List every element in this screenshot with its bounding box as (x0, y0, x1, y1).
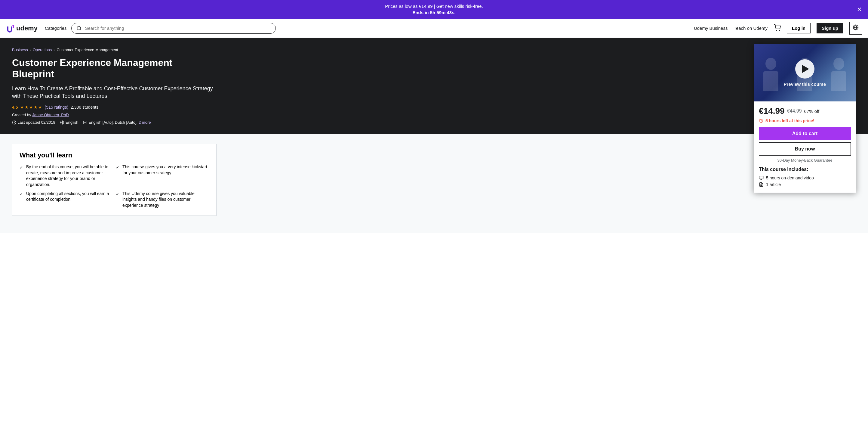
logo-link[interactable]: udemy (6, 24, 38, 33)
clock-icon (12, 120, 16, 124)
person-silhouette-1 (759, 55, 783, 91)
learn-item-1: ✓ By the end of this course, you will be… (20, 164, 113, 188)
svg-point-0 (77, 26, 81, 30)
instructor-link[interactable]: Janne Ohtonen, PhD (32, 113, 69, 117)
breadcrumb-operations[interactable]: Operations (33, 48, 52, 52)
includes-item-video: 5 hours on-demand video (759, 175, 851, 181)
learn-grid: ✓ By the end of this course, you will be… (20, 164, 209, 208)
price-current: €14.99 (759, 106, 785, 116)
banner-close-button[interactable]: ✕ (857, 6, 862, 13)
cart-icon[interactable] (774, 24, 781, 32)
logo-text: udemy (16, 24, 38, 32)
alarm-icon (759, 118, 764, 123)
rating-number: 4.5 (12, 105, 18, 110)
main-content: What you'll learn ✓ By the end of this c… (0, 134, 868, 233)
language-button[interactable] (849, 22, 862, 35)
breadcrumb-current: Customer Experience Management (57, 48, 118, 52)
rating-count[interactable]: (515 ratings) (44, 105, 68, 110)
subtitles-icon (83, 120, 87, 124)
course-card: Preview this course €14.99 €44.99 67% of… (754, 44, 856, 193)
star-2: ★ (25, 105, 29, 110)
star-1: ★ (20, 105, 24, 110)
promo-banner: Prices as low as €14.99 | Get new skills… (0, 0, 868, 19)
right-column (228, 144, 331, 223)
breadcrumb-sep-2: › (54, 48, 55, 52)
learn-heading: What you'll learn (20, 151, 209, 159)
add-to-cart-button[interactable]: Add to cart (759, 127, 851, 140)
article-icon (759, 182, 764, 187)
learn-item-4: ✓ This Udemy course gives you valuable i… (116, 191, 209, 208)
more-subtitles-link[interactable]: 2 more (138, 120, 151, 124)
banner-countdown: Ends in 5h 59m 43s. (412, 10, 455, 15)
check-icon-3: ✓ (116, 165, 119, 171)
breadcrumb-sep-1: › (30, 48, 31, 52)
video-icon (759, 175, 764, 180)
svg-rect-12 (831, 72, 846, 91)
nav-right: Udemy Business Teach on Udemy Log in Sig… (694, 22, 862, 35)
navbar: udemy Categories Udemy Business Teach on… (0, 19, 868, 38)
play-button[interactable] (795, 59, 814, 79)
categories-button[interactable]: Categories (45, 26, 67, 31)
star-4: ★ (34, 105, 38, 110)
check-icon-4: ✓ (116, 192, 119, 197)
guarantee-text: 30-Day Money-Back Guarantee (759, 158, 851, 163)
svg-point-1 (776, 30, 777, 31)
signup-button[interactable]: Sign up (816, 23, 843, 33)
buy-now-button[interactable]: Buy now (759, 142, 851, 155)
learn-item-2: ✓ Upon completing all sections, you will… (20, 191, 113, 208)
rating-row: 4.5 ★ ★ ★ ★ ★ (515 ratings) 2,386 studen… (12, 105, 217, 110)
hero-section: Business › Operations › Customer Experie… (0, 38, 868, 134)
price-original: €44.99 (787, 108, 802, 114)
meta-row: Last updated 02/2018 English English [Au… (12, 120, 217, 124)
timer-row: 5 hours left at this price! (759, 118, 851, 123)
check-icon-2: ✓ (20, 192, 23, 197)
svg-point-2 (779, 30, 780, 31)
udemy-logo-icon (6, 24, 16, 33)
globe-icon (852, 24, 859, 30)
teach-link[interactable]: Teach on Udemy (734, 26, 768, 31)
star-3: ★ (29, 105, 33, 110)
breadcrumb-business[interactable]: Business (12, 48, 28, 52)
includes-list: 5 hours on-demand video 1 article (759, 175, 851, 188)
login-button[interactable]: Log in (787, 23, 811, 33)
left-column: What you'll learn ✓ By the end of this c… (12, 144, 217, 223)
subtitles-meta: English [Auto], Dutch [Auto], 2 more (83, 120, 151, 124)
what-you-learn-box: What you'll learn ✓ By the end of this c… (12, 144, 217, 216)
discount-badge: 67% off (804, 109, 819, 114)
last-updated: Last updated 02/2018 (12, 120, 55, 124)
preview-thumbnail[interactable]: Preview this course (754, 44, 856, 102)
course-title: Customer Experience Management Blueprint (12, 57, 217, 80)
preview-label: Preview this course (784, 82, 826, 87)
breadcrumb: Business › Operations › Customer Experie… (12, 48, 217, 52)
price-row: €14.99 €44.99 67% off (759, 106, 851, 116)
search-bar[interactable] (71, 23, 276, 34)
svg-rect-8 (763, 72, 778, 91)
stars: ★ ★ ★ ★ ★ (20, 105, 42, 110)
svg-point-11 (833, 58, 844, 70)
search-icon (76, 26, 82, 31)
student-count: 2,386 students (71, 105, 98, 110)
includes-title: This course includes: (759, 167, 851, 172)
language-meta: English (60, 120, 79, 124)
person-silhouette-3 (827, 55, 851, 91)
star-half: ★ (38, 105, 42, 110)
course-subtitle: Learn How To Create A Profitable and Cos… (12, 85, 217, 100)
svg-rect-14 (759, 176, 763, 179)
card-body: €14.99 €44.99 67% off 5 hours left at th… (754, 102, 856, 193)
svg-point-7 (766, 58, 776, 70)
udemy-business-link[interactable]: Udemy Business (694, 26, 728, 31)
banner-text: Prices as low as €14.99 | Get new skills… (12, 3, 856, 16)
check-icon-1: ✓ (20, 165, 23, 171)
includes-item-article: 1 article (759, 181, 851, 188)
learn-item-3: ✓ This course gives you a very intense k… (116, 164, 209, 188)
hero-content: Business › Operations › Customer Experie… (12, 48, 217, 124)
instructor-row: Created by Janne Ohtonen, PhD (12, 113, 217, 117)
search-input[interactable] (85, 26, 271, 31)
globe-meta-icon (60, 120, 64, 124)
